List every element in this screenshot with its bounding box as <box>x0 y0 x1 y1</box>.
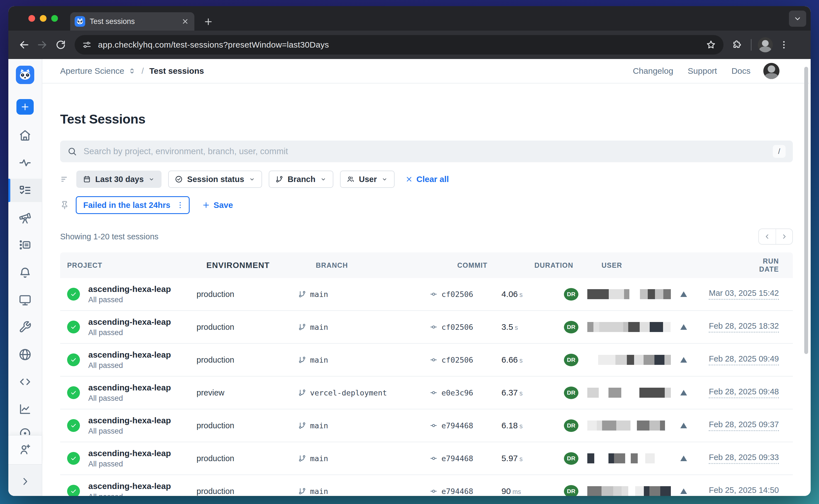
bookmark-star-icon[interactable] <box>706 40 716 50</box>
sidebar-item-check-list[interactable] <box>8 233 42 257</box>
next-page-button[interactable] <box>776 229 792 244</box>
status-passed-icon <box>67 419 80 432</box>
branch-filter[interactable]: Branch <box>269 171 333 188</box>
browser-menu-kebab-icon[interactable] <box>777 38 791 52</box>
sidebar-item-bell[interactable] <box>8 261 42 284</box>
test-session-row[interactable]: ascending-hexa-leapAll passedpreviewverc… <box>60 377 793 409</box>
column-header-branch: BRANCH <box>316 261 457 269</box>
pin-icon[interactable] <box>60 201 69 210</box>
kebab-menu-icon[interactable] <box>176 201 184 209</box>
duration-unit: s <box>515 324 518 331</box>
home-icon <box>19 129 31 142</box>
user-initials-badge: DR <box>564 419 578 432</box>
tab-search-chevron-button[interactable] <box>789 11 806 27</box>
extensions-puzzle-icon[interactable] <box>730 38 745 52</box>
plus-icon[interactable] <box>16 99 34 115</box>
run-date-link[interactable]: Feb 25, 2025 14:50 <box>709 486 779 496</box>
user-avatar[interactable] <box>763 63 779 79</box>
sidebar-item-user-plus[interactable] <box>8 438 42 461</box>
git-branch-icon <box>275 175 283 183</box>
back-button[interactable] <box>17 38 31 52</box>
browser-tab[interactable]: Test sessions <box>70 12 194 31</box>
duration-unit: s <box>519 291 523 298</box>
browser-profile-avatar[interactable] <box>758 37 773 52</box>
sidebar-expand-button[interactable] <box>8 470 42 493</box>
window-controls <box>28 15 58 22</box>
save-filter-button[interactable]: Save <box>202 200 233 210</box>
sidebar-item-home[interactable] <box>8 124 42 147</box>
session-status-text: All passed <box>88 296 171 304</box>
sidebar-item-globe[interactable] <box>8 343 42 366</box>
monitor-icon <box>19 294 31 306</box>
project-name: ascending-hexa-leap <box>88 416 171 425</box>
new-tab-button[interactable] <box>203 17 213 27</box>
org-switcher[interactable]: Aperture Science <box>60 66 124 76</box>
plus-icon <box>202 201 210 209</box>
branch-name: main <box>310 421 328 430</box>
app-sidebar <box>8 59 42 496</box>
globe-icon <box>19 348 31 361</box>
checkly-logo[interactable] <box>8 66 42 84</box>
run-date-link[interactable]: Feb 28, 2025 09:48 <box>709 387 779 398</box>
environment: production <box>197 323 298 332</box>
maximize-window-button[interactable] <box>51 15 58 22</box>
sidebar-item-activity[interactable] <box>8 151 42 174</box>
browser-toolbar: app.checklyhq.com/test-sessions?presetWi… <box>8 31 811 59</box>
date-range-filter[interactable]: Last 30 days <box>76 171 161 188</box>
results-summary: Showing 1-20 test sessions <box>60 232 158 241</box>
run-date-link[interactable]: Feb 28, 2025 18:32 <box>709 321 779 333</box>
chevron-down-icon <box>320 176 327 183</box>
test-session-row[interactable]: ascending-hexa-leapAll passedproductionm… <box>60 409 793 442</box>
run-date-link[interactable]: Feb 28, 2025 09:33 <box>709 453 779 464</box>
header-link-support[interactable]: Support <box>688 66 717 76</box>
run-date-link[interactable]: Feb 28, 2025 09:49 <box>709 354 779 365</box>
test-session-row[interactable]: ascending-hexa-leapAll passedproductionm… <box>60 311 793 344</box>
sidebar-item-monitor[interactable] <box>8 288 42 312</box>
test-session-row[interactable]: ascending-hexa-leapAll passedproductionm… <box>60 442 793 475</box>
environment: production <box>197 421 298 430</box>
duration-value: 6.18 <box>502 421 518 430</box>
sidebar-item-code[interactable] <box>8 370 42 394</box>
vercel-triangle-icon <box>679 355 688 364</box>
address-bar[interactable]: app.checklyhq.com/test-sessions?presetWi… <box>75 35 724 55</box>
run-date-link[interactable]: Feb 28, 2025 09:37 <box>709 420 779 431</box>
search-input[interactable] <box>84 146 766 156</box>
header-link-changelog[interactable]: Changelog <box>633 66 673 76</box>
page-scrollbar-thumb[interactable] <box>804 67 808 354</box>
test-session-row[interactable]: ascending-hexa-leapAll passedproductionm… <box>60 475 793 496</box>
url-text: app.checklyhq.com/test-sessions?presetWi… <box>98 40 700 50</box>
user-plus-icon <box>19 443 31 456</box>
sidebar-item-wrench[interactable] <box>8 315 42 339</box>
forward-button[interactable] <box>35 38 50 52</box>
commit-hash: e0e3c96 <box>442 389 473 397</box>
sidebar-item-test-sessions[interactable] <box>8 179 42 202</box>
sidebar-item-chart[interactable] <box>8 397 42 421</box>
test-session-row[interactable]: ascending-hexa-leapAll passedproductionm… <box>60 344 793 377</box>
header-link-docs[interactable]: Docs <box>732 66 751 76</box>
run-date-link[interactable]: Mar 03, 2025 15:42 <box>709 289 779 300</box>
minimize-window-button[interactable] <box>40 15 46 22</box>
chevrons-updown-icon[interactable] <box>128 67 136 75</box>
commit-hash: cf02506 <box>442 290 473 299</box>
git-commit-icon <box>430 422 438 429</box>
reload-button[interactable] <box>53 38 68 52</box>
git-commit-icon <box>430 356 438 364</box>
commit-hash: cf02506 <box>442 323 473 331</box>
chevron-down-icon <box>148 176 155 183</box>
clear-all-button[interactable]: Clear all <box>405 174 449 184</box>
git-commit-icon <box>430 454 438 462</box>
previous-page-button[interactable] <box>759 229 776 244</box>
user-filter[interactable]: User <box>340 171 395 188</box>
close-window-button[interactable] <box>28 15 35 22</box>
search-bar[interactable]: / <box>60 141 793 162</box>
column-header-project: PROJECT <box>67 261 206 269</box>
sidebar-item-telescope[interactable] <box>8 206 42 230</box>
create-new-button[interactable] <box>8 99 42 115</box>
site-settings-icon[interactable] <box>82 40 92 50</box>
duration-value: 4.06 <box>502 289 518 299</box>
vercel-triangle-icon <box>679 421 688 430</box>
tab-close-icon[interactable] <box>181 17 189 26</box>
saved-filter-pill[interactable]: Failed in the last 24hrs <box>76 196 190 214</box>
test-session-row[interactable]: ascending-hexa-leapAll passedproductionm… <box>60 278 793 311</box>
session-status-filter[interactable]: Session status <box>168 171 262 188</box>
